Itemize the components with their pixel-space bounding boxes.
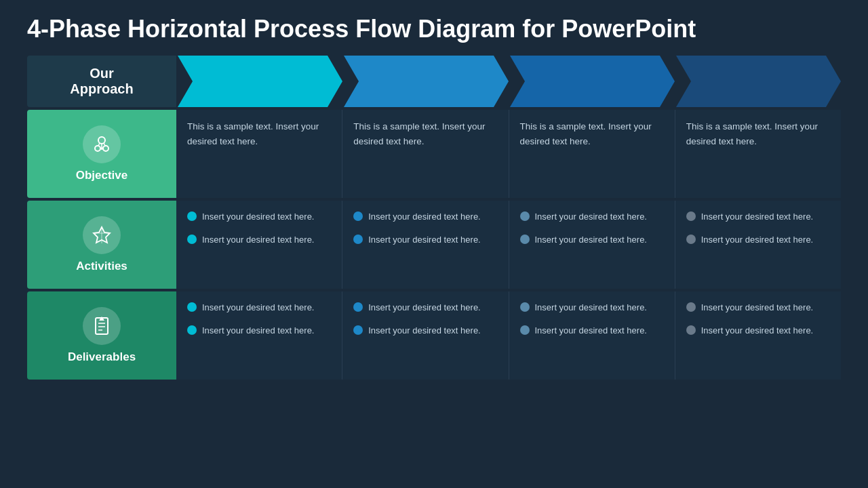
- activities-bullet-text-3-2: Insert your desired text here.: [535, 233, 647, 247]
- activities-icon: [83, 216, 121, 254]
- deliverables-bullet-text-2-1: Insert your desired text here.: [368, 301, 480, 314]
- deliverables-icon-svg: [91, 315, 113, 337]
- bullet-dot: [686, 325, 696, 335]
- activities-text: Activities: [76, 260, 127, 273]
- svg-point-2: [103, 146, 108, 151]
- activities-bullet-text-1-1: Insert your desired text here.: [202, 210, 314, 224]
- bullet-dot: [686, 235, 696, 244]
- deliverables-bullet-4-1: Insert your desired text here.: [686, 301, 830, 314]
- svg-line-3: [98, 143, 100, 146]
- activities-cells: Insert your desired text here. Insert yo…: [176, 201, 841, 289]
- deliverables-bullet-text-4-2: Insert your desired text here.: [701, 324, 813, 338]
- deliverables-bullet-2-2: Insert your desired text here.: [353, 324, 497, 338]
- objective-text-4: This is a sample text. Insert your desir…: [686, 119, 830, 148]
- objective-cell-1: This is a sample text. Insert your desir…: [176, 110, 342, 198]
- deliverables-bullet-text-1-1: Insert your desired text here.: [202, 301, 314, 314]
- activities-bullet-text-2-1: Insert your desired text here.: [368, 210, 480, 224]
- objective-icon: [83, 125, 121, 163]
- deliverables-bullet-text-3-2: Insert your desired text here.: [535, 324, 647, 338]
- deliverables-bullet-text-3-1: Insert your desired text here.: [535, 301, 647, 314]
- activities-bullet-2-1: Insert your desired text here.: [353, 210, 497, 224]
- deliverables-bullet-text-1-2: Insert your desired text here.: [202, 324, 314, 338]
- deliverables-bullet-3-1: Insert your desired text here.: [520, 301, 664, 314]
- activities-bullet-1-2: Insert your desired text here.: [187, 233, 331, 247]
- bullet-dot: [520, 235, 530, 244]
- deliverables-text: Deliverables: [68, 350, 136, 364]
- deliverables-cell-1: Insert your desired text here. Insert yo…: [176, 291, 342, 380]
- objective-row: Objective This is a sample text. Insert …: [27, 110, 841, 198]
- deliverables-bullet-text-4-1: Insert your desired text here.: [701, 301, 813, 314]
- phase2-label: Phase 02: [399, 75, 452, 89]
- phase3-header: Phase 03: [510, 56, 675, 107]
- our-approach-label: OurApproach: [70, 66, 133, 97]
- activities-row: Activities Insert your desired text here…: [27, 201, 841, 289]
- deliverables-bullet-text-2-2: Insert your desired text here.: [368, 324, 480, 338]
- deliverables-bullet-2-1: Insert your desired text here.: [353, 301, 497, 314]
- activities-bullet-4-2: Insert your desired text here.: [686, 233, 830, 247]
- activities-bullet-text-3-1: Insert your desired text here.: [535, 210, 647, 224]
- svg-point-5: [100, 147, 103, 150]
- svg-point-1: [95, 146, 100, 151]
- deliverables-row: Deliverables Insert your desired text he…: [27, 291, 841, 380]
- bullet-dot: [353, 211, 363, 221]
- deliverables-cells: Insert your desired text here. Insert yo…: [176, 291, 841, 380]
- objective-cell-2: This is a sample text. Insert your desir…: [342, 110, 508, 198]
- deliverables-cell-2: Insert your desired text here. Insert yo…: [342, 291, 508, 380]
- objective-label: Objective: [27, 110, 176, 198]
- diagram-container: OurApproach Phase 01 Phase 02 Phase 03 P…: [0, 56, 868, 380]
- content-rows: Objective This is a sample text. Insert …: [27, 110, 841, 380]
- activities-cell-3: Insert your desired text here. Insert yo…: [509, 201, 675, 289]
- bullet-dot: [686, 302, 696, 312]
- activities-bullet-2-2: Insert your desired text here.: [353, 233, 497, 247]
- bullet-dot: [353, 302, 363, 312]
- phase2-header: Phase 02: [344, 56, 509, 107]
- bullet-dot: [686, 211, 696, 221]
- page-title: 4-Phase Horizontal Process Flow Diagram …: [0, 0, 868, 56]
- objective-icon-svg: [91, 134, 113, 155]
- objective-text: Objective: [76, 169, 128, 182]
- objective-text-1: This is a sample text. Insert your desir…: [187, 119, 331, 148]
- activities-label: Activities: [27, 201, 176, 289]
- phase1-header: Phase 01: [178, 56, 342, 107]
- phase1-label: Phase 01: [233, 75, 286, 89]
- activities-bullet-3-1: Insert your desired text here.: [520, 210, 664, 224]
- activities-bullet-1-1: Insert your desired text here.: [187, 210, 331, 224]
- objective-text-2: This is a sample text. Insert your desir…: [353, 119, 497, 148]
- deliverables-bullet-1-1: Insert your desired text here.: [187, 301, 331, 314]
- bullet-dot: [187, 211, 197, 221]
- bullet-dot: [187, 302, 197, 312]
- activities-bullet-text-4-1: Insert your desired text here.: [701, 210, 813, 224]
- objective-cell-4: This is a sample text. Insert your desir…: [675, 110, 841, 198]
- activities-bullet-4-1: Insert your desired text here.: [686, 210, 830, 224]
- phase4-header: Phase 04: [676, 56, 841, 107]
- bullet-dot: [353, 235, 363, 244]
- deliverables-cell-4: Insert your desired text here. Insert yo…: [675, 291, 841, 380]
- phase3-label: Phase 03: [566, 75, 618, 89]
- bullet-dot: [353, 325, 363, 335]
- bullet-dot: [520, 211, 530, 221]
- activities-cell-4: Insert your desired text here. Insert yo…: [675, 201, 841, 289]
- deliverables-cell-3: Insert your desired text here. Insert yo…: [509, 291, 675, 380]
- deliverables-bullet-4-2: Insert your desired text here.: [686, 324, 830, 338]
- deliverables-label: Deliverables: [27, 291, 176, 380]
- deliverables-bullet-3-2: Insert your desired text here.: [520, 324, 664, 338]
- objective-cell-3: This is a sample text. Insert your desir…: [509, 110, 675, 198]
- activities-bullet-text-1-2: Insert your desired text here.: [202, 233, 314, 247]
- activities-cell-2: Insert your desired text here. Insert yo…: [342, 201, 508, 289]
- our-approach-header: OurApproach: [27, 56, 176, 107]
- activities-bullet-text-2-2: Insert your desired text here.: [368, 233, 480, 247]
- header-row: OurApproach Phase 01 Phase 02 Phase 03 P…: [27, 56, 841, 107]
- activities-icon-svg: [91, 224, 113, 246]
- deliverables-icon: [83, 307, 121, 345]
- deliverables-bullet-1-2: Insert your desired text here.: [187, 324, 331, 338]
- activities-bullet-text-4-2: Insert your desired text here.: [701, 233, 813, 247]
- bullet-dot: [520, 302, 530, 312]
- phase4-label: Phase 04: [732, 75, 785, 89]
- objective-cells: This is a sample text. Insert your desir…: [176, 110, 841, 198]
- activities-cell-1: Insert your desired text here. Insert yo…: [176, 201, 342, 289]
- bullet-dot: [187, 235, 197, 244]
- svg-line-4: [104, 143, 105, 146]
- objective-text-3: This is a sample text. Insert your desir…: [520, 119, 664, 148]
- activities-bullet-3-2: Insert your desired text here.: [520, 233, 664, 247]
- svg-point-0: [98, 137, 105, 144]
